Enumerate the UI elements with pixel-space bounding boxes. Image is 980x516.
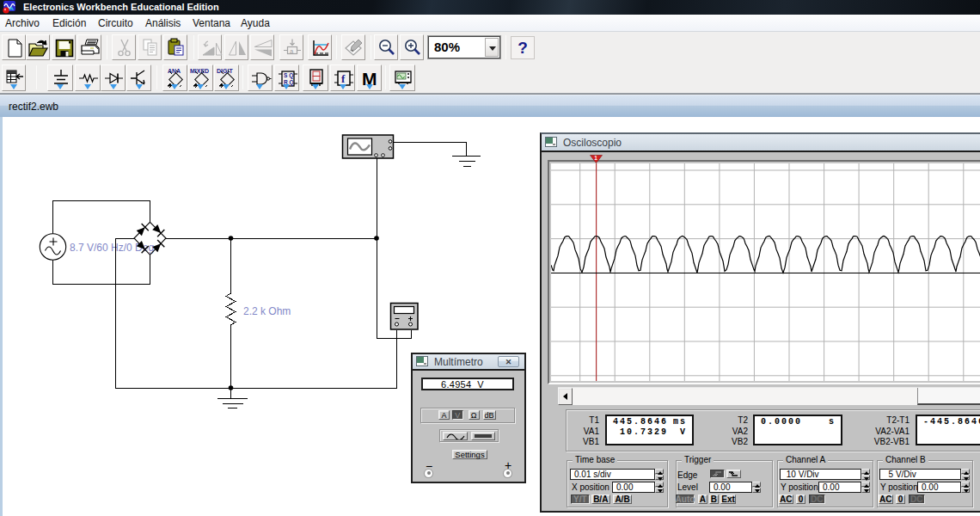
svg-text:f: f: [341, 72, 346, 85]
svg-text:1: 1: [594, 155, 597, 161]
svg-text:DIGIT: DIGIT: [217, 68, 233, 74]
svg-text:2.2 k Ohm: 2.2 k Ohm: [243, 305, 291, 317]
svg-text:ANA: ANA: [168, 68, 181, 74]
svg-text:S Q: S Q: [284, 72, 293, 79]
svg-text:MIXED: MIXED: [190, 68, 209, 74]
